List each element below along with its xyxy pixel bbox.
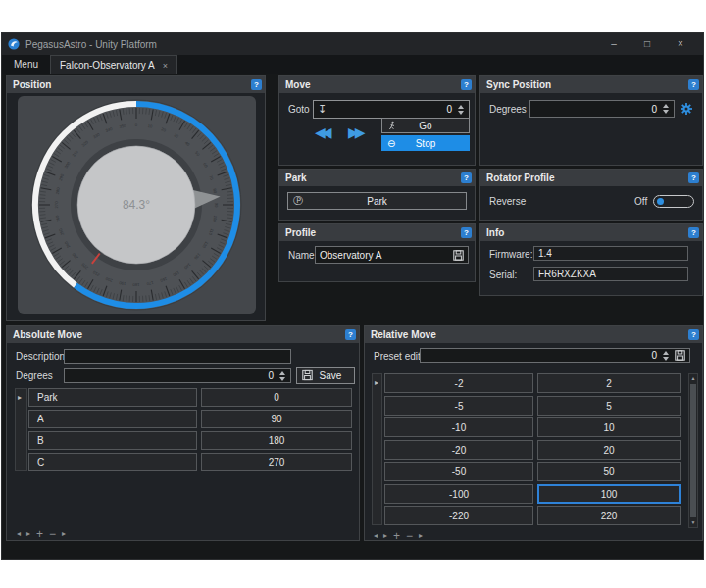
relative-cell-negative[interactable]: -2 bbox=[384, 373, 533, 393]
profile-name-value: Observatory A bbox=[320, 250, 381, 261]
tab-close-icon[interactable]: × bbox=[163, 61, 168, 71]
relative-cell-negative[interactable]: -5 bbox=[384, 396, 533, 416]
abs-spinner[interactable] bbox=[277, 371, 286, 381]
spinner-up-icon[interactable] bbox=[279, 371, 285, 375]
absolute-row-name[interactable]: A bbox=[28, 410, 197, 428]
preset-edit-input[interactable]: 0 bbox=[420, 348, 690, 363]
spinner-up-icon[interactable] bbox=[663, 351, 669, 355]
tab-falcon-observatory[interactable]: Falcon-Observatory A × bbox=[50, 55, 177, 74]
help-icon[interactable]: ? bbox=[688, 172, 699, 183]
scrollbar-thumb[interactable] bbox=[690, 384, 696, 517]
relative-cell-negative[interactable]: -100 bbox=[384, 484, 533, 504]
firmware-value: 1.4 bbox=[533, 246, 688, 261]
park-button[interactable]: Ⓟ Park bbox=[287, 192, 467, 210]
absolute-row-name[interactable]: Park bbox=[28, 388, 197, 407]
panel-relative-move: Relative Move ? Preset edit 0 bbox=[364, 325, 703, 541]
spinner-down-icon[interactable] bbox=[279, 377, 285, 381]
add-row-icon[interactable]: + bbox=[36, 530, 43, 538]
spinner-down-icon[interactable] bbox=[663, 110, 669, 114]
move-backward-icon[interactable]: ◀◀ bbox=[315, 124, 328, 140]
pegasus-logo-icon bbox=[8, 38, 20, 50]
delete-row-icon[interactable]: − bbox=[49, 530, 56, 538]
goto-spinner[interactable] bbox=[456, 105, 465, 115]
save-profile-icon[interactable] bbox=[453, 250, 464, 261]
nav-prev-icon[interactable]: ◂ bbox=[17, 529, 21, 538]
abs-degrees-input[interactable]: 0 bbox=[64, 368, 291, 383]
relative-cell-negative[interactable]: -20 bbox=[384, 440, 533, 460]
help-icon[interactable]: ? bbox=[688, 227, 699, 238]
description-label: Description bbox=[16, 351, 65, 362]
panel-sync-position: Sync Position ? Degrees 0 bbox=[479, 75, 703, 166]
edit-row-icon[interactable]: ▸ bbox=[62, 529, 66, 538]
tab-menu[interactable]: Menu bbox=[2, 55, 50, 74]
absolute-row-degrees[interactable]: 180 bbox=[201, 431, 352, 450]
table-scrollbar[interactable]: ▲ ▼ bbox=[688, 373, 698, 528]
absolute-row-name[interactable]: B bbox=[28, 431, 197, 450]
panel-title: Info bbox=[486, 227, 688, 238]
relative-cell-positive[interactable]: 20 bbox=[537, 440, 681, 460]
add-row-icon[interactable]: + bbox=[393, 532, 400, 540]
absolute-row-degrees[interactable]: 90 bbox=[201, 410, 352, 428]
relative-cell-negative[interactable]: -50 bbox=[384, 462, 533, 481]
rel-table-gutter: ▸ bbox=[372, 373, 382, 525]
nav-next-icon[interactable]: ▸ bbox=[383, 531, 387, 540]
table-toolbar: ◂▸+−▸ bbox=[374, 531, 423, 540]
help-icon[interactable]: ? bbox=[461, 172, 472, 183]
absolute-row-degrees[interactable]: 0 bbox=[201, 388, 352, 407]
minimize-icon[interactable]: – bbox=[597, 33, 630, 55]
help-icon[interactable]: ? bbox=[461, 227, 472, 238]
panel-move-header: Move ? bbox=[279, 76, 475, 93]
preset-spinner[interactable] bbox=[661, 351, 670, 361]
panel-absolute-move: Absolute Move ? Description Degrees 0 bbox=[6, 325, 360, 541]
sync-settings-gear-icon[interactable] bbox=[680, 102, 693, 116]
absolute-row-degrees[interactable]: 270 bbox=[201, 453, 352, 471]
position-dial[interactable]: 0102030405060708090100110120130140150160… bbox=[28, 97, 244, 313]
panel-title: Position bbox=[13, 79, 251, 90]
relative-cell-positive[interactable]: 100 bbox=[537, 484, 681, 504]
relative-cell-positive[interactable]: 10 bbox=[537, 417, 681, 437]
description-input[interactable] bbox=[64, 349, 291, 364]
goto-input[interactable]: ↧ 0 bbox=[313, 100, 470, 119]
relative-cell-positive[interactable]: 50 bbox=[537, 462, 681, 481]
sync-spinner[interactable] bbox=[661, 104, 670, 114]
panel-title: Move bbox=[285, 79, 461, 90]
preset-edit-label: Preset edit bbox=[374, 351, 421, 362]
absolute-row-name[interactable]: C bbox=[28, 453, 197, 471]
stop-button[interactable]: ⊖ Stop bbox=[381, 135, 470, 151]
window-title: PegasusAstro - Unity Platform bbox=[25, 39, 597, 50]
reverse-toggle[interactable] bbox=[653, 195, 694, 208]
nav-next-icon[interactable]: ▸ bbox=[26, 529, 30, 538]
spinner-down-icon[interactable] bbox=[458, 111, 464, 115]
save-button[interactable]: Save bbox=[296, 367, 355, 384]
help-icon[interactable]: ? bbox=[345, 329, 356, 340]
profile-name-input[interactable]: Observatory A bbox=[315, 246, 469, 264]
preset-save-icon[interactable] bbox=[675, 350, 685, 361]
relative-cell-negative[interactable]: -10 bbox=[384, 417, 533, 437]
edit-row-icon[interactable]: ▸ bbox=[419, 531, 423, 540]
delete-row-icon[interactable]: − bbox=[406, 532, 413, 540]
relative-cell-positive[interactable]: 2 bbox=[537, 373, 681, 393]
help-icon[interactable]: ? bbox=[688, 329, 699, 340]
relative-cell-positive[interactable]: 5 bbox=[537, 396, 681, 416]
sync-degrees-input[interactable]: 0 bbox=[530, 100, 675, 118]
help-icon[interactable]: ? bbox=[251, 79, 262, 90]
move-forward-icon[interactable]: ▶▶ bbox=[348, 124, 362, 140]
spinner-up-icon[interactable] bbox=[458, 105, 464, 109]
go-icon bbox=[387, 121, 397, 130]
relative-cell-positive[interactable]: 220 bbox=[537, 506, 681, 525]
profile-name-label: Name bbox=[288, 250, 315, 261]
help-icon[interactable]: ? bbox=[688, 79, 699, 90]
save-label: Save bbox=[320, 370, 342, 381]
spinner-up-icon[interactable] bbox=[663, 104, 669, 108]
spinner-down-icon[interactable] bbox=[663, 357, 669, 361]
scroll-up-icon[interactable]: ▲ bbox=[689, 374, 697, 383]
serial-label: Serial: bbox=[489, 270, 517, 280]
panel-profile-header: Profile ? bbox=[279, 224, 475, 241]
maximize-icon[interactable]: □ bbox=[630, 33, 664, 55]
close-icon[interactable]: × bbox=[664, 33, 697, 55]
help-icon[interactable]: ? bbox=[461, 79, 472, 90]
relative-cell-negative[interactable]: -220 bbox=[384, 506, 533, 525]
go-button[interactable]: Go bbox=[381, 118, 470, 133]
scroll-down-icon[interactable]: ▼ bbox=[689, 518, 697, 527]
nav-prev-icon[interactable]: ◂ bbox=[374, 531, 378, 540]
